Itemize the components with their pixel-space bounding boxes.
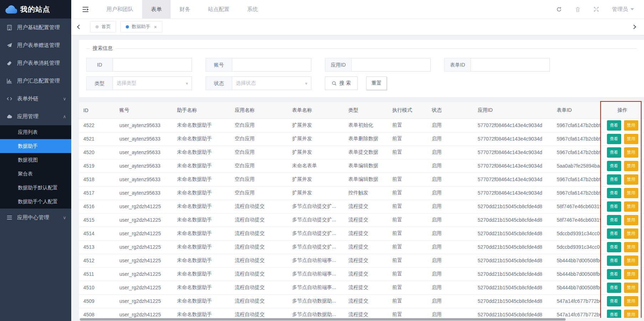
cell-mode: 前置 [388,281,427,294]
submenu-item[interactable]: 数据助手默认配置 [0,181,71,195]
disable-button[interactable]: 禁用 [624,283,638,293]
tab-label: 首页 [102,23,111,30]
nav-item[interactable]: 表单 [142,0,171,19]
view-button[interactable]: 查看 [607,269,621,279]
view-button[interactable]: 查看 [607,283,621,293]
cell-assistant: 未命名数据助手 [173,200,230,213]
cell-id: 4519 [79,159,115,173]
collapse-sidebar-icon[interactable] [82,6,89,12]
select-dropdown[interactable]: 选择类型▾ [113,77,192,90]
cell-form_id: 5aa0ab7fe25894ba4 [552,159,601,173]
disable-button[interactable]: 禁用 [624,242,638,252]
search-row-selects: 类型选择类型▾状态选择状态▾ 搜 索 重置 [86,77,637,90]
horizontal-scrollbar-thumb[interactable] [80,318,566,321]
view-button[interactable]: 查看 [607,215,621,225]
submenu-item[interactable]: 数据助手个人配置 [0,195,71,209]
sidebar-item-bar-chart[interactable]: 用户汇总配置管理 [0,72,71,90]
submenu-item[interactable]: 聚合表 [0,167,71,181]
disable-button[interactable]: 禁用 [624,269,638,279]
search-input[interactable] [352,58,431,72]
cell-account: user_aytenz95633 [115,159,173,173]
fullscreen-icon[interactable] [593,6,599,12]
view-button[interactable]: 查看 [607,228,621,239]
disable-button[interactable]: 禁用 [624,147,638,158]
cell-form: 多节点自动提交扩... [288,240,344,254]
cell-app: 流程自动提交 [230,240,288,254]
nav-item[interactable]: 站点配置 [199,0,238,19]
submenu-item[interactable]: 数据视图 [0,153,71,167]
disable-button[interactable]: 禁用 [624,296,638,306]
disable-button[interactable]: 禁用 [624,134,638,144]
disable-button[interactable]: 禁用 [624,201,638,212]
tab-active[interactable]: 数据助手× [120,21,162,32]
sidebar-item-menu[interactable]: 应用中心管理∨ [0,209,71,226]
cell-actions: 查看禁用 [601,281,644,294]
cell-status: 启用 [427,294,473,308]
table-row: 4521user_aytenz95633未命名数据助手空白应用扩展并发表单删除数… [79,132,644,146]
cell-status: 启用 [427,267,473,281]
search-select-group: 类型选择类型▾ [86,77,192,90]
cell-id: 4516 [79,200,115,213]
disable-button[interactable]: 禁用 [624,188,638,198]
view-button[interactable]: 查看 [607,242,621,252]
sidebar-item-cloud[interactable]: 应用管理∧ [0,107,71,125]
cell-form_id: 5967cfa6147b2cbb9 [552,132,601,146]
site-name: 我的站点 [20,5,50,14]
cell-status: 启用 [427,200,473,213]
disable-button[interactable]: 禁用 [624,228,638,239]
sidebar-item-send[interactable]: 用户表单赠送管理 [0,36,71,54]
view-button[interactable]: 查看 [607,134,621,144]
disable-button[interactable]: 禁用 [624,120,638,131]
nav-item[interactable]: 用户和团队 [98,0,142,19]
view-button[interactable]: 查看 [607,201,621,212]
view-button[interactable]: 查看 [607,147,621,158]
table-row: 4516user_rg2dzh41225未命名数据助手流程自动提交多节点自动提交… [79,200,644,213]
tab-item[interactable]: 首页 [90,21,116,32]
field-label: 账号 [206,58,232,72]
search-input[interactable] [113,58,192,72]
search-input[interactable] [232,58,311,72]
refresh-icon[interactable] [556,6,562,12]
view-button[interactable]: 查看 [607,120,621,131]
column-header: ID [79,102,115,119]
disable-button[interactable]: 禁用 [624,174,638,185]
search-button[interactable]: 搜 索 [325,77,358,90]
cell-mode: 前置 [388,227,427,240]
nav-item[interactable]: 财务 [171,0,199,19]
sidebar-item-building[interactable]: 用户基础配置管理 [0,19,71,36]
submenu-item[interactable]: 应用列表 [0,125,71,139]
view-button[interactable]: 查看 [607,296,621,306]
tabs-scroll-right-icon[interactable] [632,25,636,29]
disable-button[interactable]: 禁用 [624,215,638,225]
select-dropdown[interactable]: 选择状态▾ [232,77,311,90]
view-button[interactable]: 查看 [607,161,621,171]
disable-button[interactable]: 禁用 [624,256,638,266]
topnav-items: 用户和团队表单财务站点配置系统 [98,0,267,19]
tabs-scroll-left-icon[interactable] [77,25,82,29]
cell-account: user_rg2dzh41225 [115,281,173,294]
sidebar-item-eraser[interactable]: 用户表单消耗管理 [0,54,71,72]
view-button[interactable]: 查看 [607,188,621,198]
table-row: 4522user_aytenz95633未命名数据助手空白应用扩展并发表单初始化… [79,119,644,132]
trash-icon[interactable] [575,6,581,12]
disable-button[interactable]: 禁用 [624,161,638,171]
cell-app: 空白应用 [230,119,288,132]
nav-item[interactable]: 系统 [238,0,267,19]
search-input[interactable] [471,58,550,72]
sidebar-item-link[interactable]: 表单外链∨ [0,90,71,107]
admin-menu[interactable]: 管理员 [612,6,634,13]
reset-button[interactable]: 重置 [366,77,387,90]
column-header: 类型 [344,102,388,119]
cell-account: user_rg2dzh41225 [115,267,173,281]
cell-app_id: 5270dd21b15045cb8cfde4d8 [473,281,552,294]
menu-icon [6,214,13,221]
close-icon[interactable]: × [154,24,157,30]
cell-app_id: 5270dd21b15045cb8cfde4d8 [473,213,552,227]
cell-actions: 查看禁用 [601,213,644,227]
submenu-item[interactable]: 数据助手 [0,139,71,153]
view-button[interactable]: 查看 [607,256,621,266]
view-button[interactable]: 查看 [607,174,621,185]
cell-type: 表单编辑数据 [344,173,388,186]
logo: 我的站点 [0,0,71,19]
cell-status: 启用 [427,173,473,186]
